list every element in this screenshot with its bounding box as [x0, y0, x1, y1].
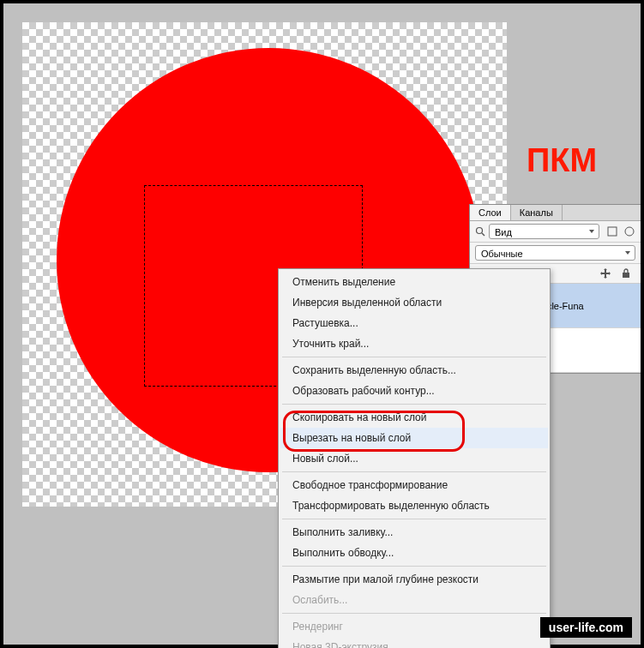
filter-dropdown[interactable]: Вид	[489, 224, 599, 239]
context-menu-separator	[282, 471, 546, 472]
context-menu-separator	[282, 404, 546, 405]
search-row: Вид	[470, 221, 641, 243]
context-menu-item[interactable]: Сохранить выделенную область...	[280, 360, 548, 381]
watermark: user-life.com	[540, 617, 632, 638]
context-menu-item[interactable]: Скопировать на новый слой	[280, 407, 548, 428]
context-menu-separator	[282, 357, 546, 357]
context-menu-separator	[282, 566, 546, 567]
annotation-pkm: ПКМ	[527, 142, 597, 179]
context-menu-item[interactable]: Растушевка...	[280, 313, 548, 333]
move-icon[interactable]	[599, 267, 611, 279]
context-menu-item[interactable]: Выполнить обводку...	[280, 543, 548, 563]
context-menu-item[interactable]: Отменить выделение	[280, 272, 548, 292]
blend-mode-dropdown[interactable]: Обычные	[475, 245, 635, 261]
filter-icon-1[interactable]	[606, 225, 618, 237]
context-menu: Отменить выделениеИнверсия выделенной об…	[278, 268, 551, 648]
svg-point-0	[477, 228, 483, 234]
context-menu-item[interactable]: Размытие при малой глубине резкости	[280, 569, 548, 590]
search-icon	[475, 226, 485, 237]
panel-tabs: Слои Каналы	[470, 205, 641, 221]
context-menu-item[interactable]: Вырезать на новый слой	[280, 428, 548, 448]
svg-rect-2	[608, 227, 617, 236]
context-menu-item: Новая 3D-экструзия	[280, 637, 548, 648]
context-menu-item[interactable]: Свободное трансформирование	[280, 475, 548, 495]
context-menu-item[interactable]: Инверсия выделенной области	[280, 292, 548, 313]
context-menu-item: Ослабить...	[280, 590, 548, 610]
svg-rect-4	[623, 273, 629, 278]
filter-icon-2[interactable]	[623, 225, 635, 237]
context-menu-item[interactable]: Образовать рабочий контур...	[280, 381, 548, 401]
context-menu-item[interactable]: Трансформировать выделенную область	[280, 495, 548, 516]
lock-icon[interactable]	[620, 267, 632, 279]
blend-row: Обычные	[470, 243, 641, 264]
context-menu-separator	[282, 519, 546, 519]
app-frame: ПКМ Слои Каналы Вид Обычные	[3, 3, 641, 645]
context-menu-item[interactable]: Уточнить край...	[280, 333, 548, 354]
tab-channels[interactable]: Каналы	[511, 205, 563, 220]
tab-layers[interactable]: Слои	[470, 205, 511, 220]
context-menu-item[interactable]: Выполнить заливку...	[280, 522, 548, 543]
svg-point-3	[625, 227, 634, 236]
context-menu-item: Рендеринг	[280, 616, 548, 637]
context-menu-separator	[282, 613, 546, 614]
context-menu-item[interactable]: Новый слой...	[280, 448, 548, 469]
svg-line-1	[482, 233, 485, 236]
